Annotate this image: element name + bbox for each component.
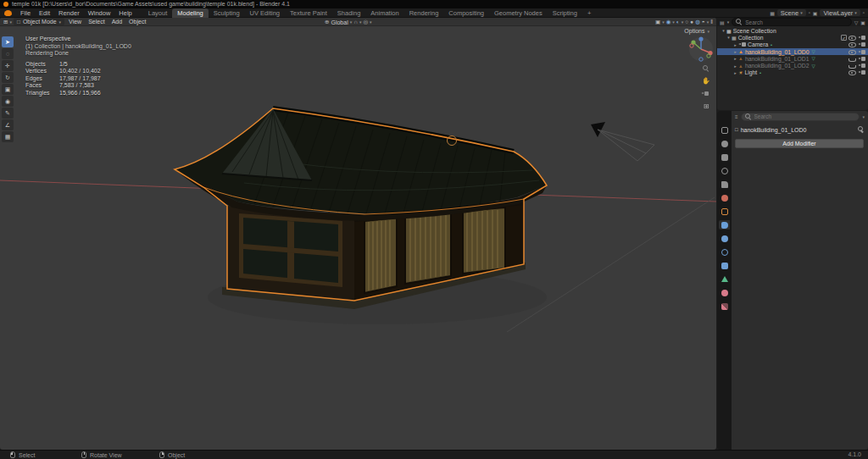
- viewport-menu-select[interactable]: Select: [86, 19, 107, 25]
- properties-tab-output[interactable]: [719, 152, 730, 162]
- outliner-search[interactable]: [732, 18, 852, 26]
- tool-move[interactable]: ✛: [2, 60, 14, 71]
- camera-restrict-icon[interactable]: [858, 41, 865, 47]
- menu-window[interactable]: Window: [84, 9, 115, 17]
- shading-rendered-icon[interactable]: ◓: [702, 18, 705, 26]
- outliner-row-collection[interactable]: ▾ ▦ Collection ✓: [717, 34, 868, 41]
- outliner-search-input[interactable]: [745, 19, 848, 25]
- properties-tab-particles[interactable]: [719, 234, 730, 243]
- expand-icon[interactable]: ▾: [726, 35, 732, 40]
- workspace-tab-shading[interactable]: Shading: [332, 8, 366, 18]
- expand-icon[interactable]: ▸: [732, 49, 738, 54]
- properties-search-input[interactable]: [754, 113, 856, 119]
- properties-tab-material[interactable]: [719, 288, 730, 297]
- workspace-tab-layout[interactable]: Layout: [143, 8, 173, 18]
- snap-magnet-icon[interactable]: ∩: [353, 18, 358, 26]
- camera-restrict-icon[interactable]: [858, 56, 865, 62]
- outliner-row-camera[interactable]: ▸ Camera ▪: [717, 41, 868, 48]
- viewport-menu-object[interactable]: Object: [126, 19, 148, 25]
- properties-tab-constraints[interactable]: [719, 261, 730, 270]
- workspace-tab-compositing[interactable]: Compositing: [443, 8, 489, 18]
- outliner-row-lod2[interactable]: ▸ ▲ hanokBuilding_01_LOD2 ▽: [717, 62, 868, 69]
- tool-transform[interactable]: ◉: [2, 96, 14, 107]
- xray-toggle-icon[interactable]: ◐: [676, 18, 680, 26]
- blender-logo-icon[interactable]: [4, 10, 12, 16]
- outliner-editor-icon[interactable]: ▤: [720, 19, 725, 25]
- camera-view-icon[interactable]: [701, 89, 711, 98]
- workspace-add-button[interactable]: +: [582, 8, 596, 18]
- viewlayer-selector[interactable]: ViewLayer▾: [820, 9, 860, 16]
- eye-icon[interactable]: [849, 69, 856, 76]
- show-gizmo-icon[interactable]: ▣: [655, 18, 660, 26]
- tool-select-box[interactable]: ➤: [2, 36, 14, 47]
- add-modifier-button[interactable]: Add Modifier: [735, 139, 864, 148]
- filter-icon[interactable]: ▽: [854, 19, 859, 25]
- outliner-row-lod1[interactable]: ▸ ▲ hanokBuilding_01_LOD1 ▽: [717, 55, 868, 62]
- properties-tab-world[interactable]: [719, 193, 730, 202]
- menu-file[interactable]: File: [16, 9, 35, 17]
- new-viewlayer-icon[interactable]: ▫: [863, 10, 865, 15]
- properties-tab-tool[interactable]: [719, 125, 730, 135]
- ortho-toggle-icon[interactable]: ⊞: [701, 102, 711, 111]
- expand-icon[interactable]: ▾: [721, 28, 726, 33]
- options-dropdown[interactable]: Options ▾: [684, 28, 709, 34]
- camera-restrict-icon[interactable]: [858, 63, 865, 69]
- editor-type-icon[interactable]: ⊞: [3, 18, 8, 26]
- properties-tab-physics[interactable]: [719, 247, 730, 257]
- light-object[interactable]: [591, 122, 654, 161]
- tool-rotate[interactable]: ↻: [2, 72, 14, 83]
- workspace-tab-texture-paint[interactable]: Texture Paint: [285, 8, 332, 18]
- outliner-row-scene-collection[interactable]: ▾ ▦ Scene Collection: [717, 27, 868, 34]
- menu-edit[interactable]: Edit: [35, 9, 54, 17]
- properties-tab-modifiers[interactable]: [719, 220, 730, 230]
- new-collection-icon[interactable]: ▣: [860, 19, 865, 25]
- workspace-tab-rendering[interactable]: Rendering: [404, 8, 444, 18]
- tool-cursor[interactable]: ◌: [2, 48, 14, 59]
- properties-tab-data[interactable]: [719, 274, 730, 284]
- workspace-tab-uv-editing[interactable]: UV Editing: [245, 8, 285, 18]
- properties-tab-viewlayer[interactable]: [719, 166, 730, 175]
- camera-restrict-icon[interactable]: [858, 69, 865, 75]
- transform-orientation[interactable]: Global: [331, 19, 348, 25]
- proportional-edit-icon[interactable]: ◎: [363, 18, 368, 26]
- shading-solid-icon[interactable]: ●: [690, 18, 693, 26]
- properties-search[interactable]: [741, 113, 860, 121]
- viewport-3d[interactable]: ⊞▾ □ Object Mode ▾ View Select Add Objec…: [0, 18, 716, 450]
- properties-tab-texture[interactable]: [719, 301, 730, 311]
- properties-tab-object[interactable]: [719, 207, 730, 216]
- tool-annotate[interactable]: ✎: [2, 108, 14, 119]
- properties-tab-scene[interactable]: [719, 180, 730, 189]
- tool-measure[interactable]: ∠: [2, 119, 14, 130]
- expand-icon[interactable]: ▸: [732, 56, 738, 61]
- workspace-tab-modeling[interactable]: Modeling: [172, 8, 208, 18]
- exclude-checkbox-icon[interactable]: ✓: [841, 35, 847, 41]
- zoom-icon[interactable]: [701, 64, 711, 73]
- outliner-row-light[interactable]: ▸ ☀ Light ▪: [717, 69, 868, 76]
- outliner-row-lod0[interactable]: ▸ ▲ hanokBuilding_01_LOD0 ▽: [717, 48, 868, 55]
- workspace-tab-scripting[interactable]: Scripting: [548, 8, 582, 18]
- camera-restrict-icon[interactable]: [858, 35, 865, 41]
- overlays-icon[interactable]: ◉: [666, 18, 671, 26]
- menu-render[interactable]: Render: [54, 9, 84, 17]
- tool-add-cube[interactable]: ▦: [2, 131, 14, 142]
- mode-selector[interactable]: □ Object Mode ▾: [14, 18, 64, 25]
- properties-editor-icon[interactable]: ≡: [735, 114, 738, 119]
- expand-icon[interactable]: ▸: [732, 70, 738, 75]
- scene-selector[interactable]: Scene▾: [777, 9, 806, 16]
- expand-icon[interactable]: ▸: [732, 64, 738, 69]
- expand-icon[interactable]: ▸: [732, 42, 738, 47]
- workspace-tab-geometry-nodes[interactable]: Geometry Nodes: [489, 8, 548, 18]
- viewport-menu-view[interactable]: View: [66, 19, 84, 25]
- menu-help[interactable]: Help: [114, 9, 136, 17]
- new-scene-icon[interactable]: ▫: [809, 10, 810, 15]
- tool-scale[interactable]: ▣: [2, 84, 14, 95]
- viewport-menu-add[interactable]: Add: [109, 19, 125, 25]
- pan-hand-icon[interactable]: ✋: [701, 76, 711, 86]
- navigation-gizmo[interactable]: [687, 36, 715, 63]
- shading-wireframe-icon[interactable]: ○: [685, 18, 688, 26]
- shading-material-icon[interactable]: ◍: [695, 18, 700, 26]
- camera-restrict-icon[interactable]: [858, 49, 865, 55]
- properties-tab-render[interactable]: [719, 139, 730, 148]
- workspace-tab-animation[interactable]: Animation: [365, 8, 403, 18]
- workspace-tab-sculpting[interactable]: Sculpting: [209, 8, 245, 18]
